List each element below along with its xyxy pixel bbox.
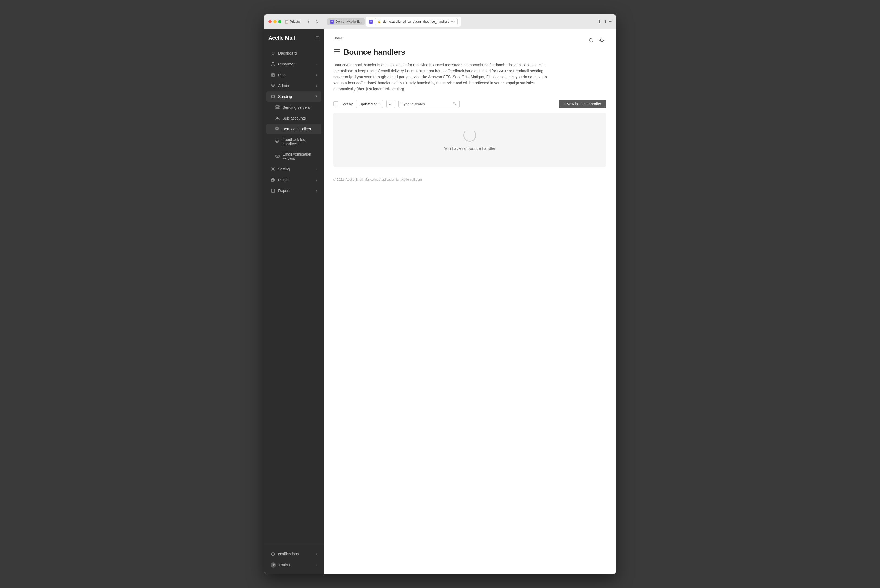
sending-label: Sending bbox=[278, 94, 312, 99]
sidebar-item-setting[interactable]: Setting › bbox=[266, 164, 321, 174]
sidebar-item-user[interactable]: LP Louis P. › bbox=[266, 560, 321, 570]
sidebar-icon: 📋 bbox=[285, 20, 289, 24]
top-bar: Home bbox=[333, 36, 606, 45]
sub-accounts-label: Sub-accounts bbox=[282, 116, 317, 120]
maximize-button[interactable] bbox=[278, 20, 281, 23]
sending-servers-icon bbox=[275, 105, 280, 110]
user-label: Louis P. bbox=[279, 563, 313, 567]
plan-icon bbox=[270, 72, 275, 77]
notifications-chevron-icon: › bbox=[316, 552, 317, 555]
sidebar-item-sub-accounts[interactable]: Sub-accounts bbox=[266, 113, 321, 123]
new-bounce-handler-button[interactable]: + New bounce handler bbox=[559, 99, 607, 108]
url-text: demo.acellemail.com/admin/bounce_handler… bbox=[383, 20, 449, 24]
customer-icon bbox=[270, 62, 275, 66]
feedback-loop-handlers-label: Feedback loop handlers bbox=[282, 137, 317, 146]
lock-icon: 🔒 bbox=[377, 20, 381, 23]
setting-label: Setting bbox=[278, 167, 313, 171]
tab-inactive-icon: M bbox=[330, 20, 334, 24]
sidebar-item-label: Dashboard bbox=[278, 51, 317, 56]
sidebar-item-report[interactable]: Report › bbox=[266, 186, 321, 196]
main-content: Home Bounce handlers Bounce/feed bbox=[324, 30, 616, 574]
plugin-icon bbox=[270, 177, 275, 182]
browser-titlebar: 📋 Private ‹ ↻ M Demo - Acelle E... M 🔒 d… bbox=[264, 14, 616, 30]
search-input-wrapper bbox=[398, 100, 460, 108]
sidebar-item-sending-servers[interactable]: Sending servers bbox=[266, 102, 321, 112]
loading-spinner-icon bbox=[463, 129, 476, 142]
empty-state-container: You have no bounce handler bbox=[333, 112, 606, 167]
refresh-button[interactable]: ↻ bbox=[314, 18, 320, 25]
tab-inactive[interactable]: M Demo - Acelle E... bbox=[327, 18, 365, 25]
close-button[interactable] bbox=[269, 20, 272, 23]
theme-toggle-button[interactable] bbox=[598, 36, 606, 45]
svg-point-4 bbox=[272, 85, 274, 86]
private-badge: 📋 Private bbox=[285, 20, 300, 24]
sidebar-item-admin[interactable]: Admin › bbox=[266, 81, 321, 91]
customer-chevron-icon: › bbox=[316, 63, 317, 66]
sidebar-nav: ⌂ Dashboard Customer › Plan › bbox=[264, 45, 324, 545]
back-button[interactable]: ‹ bbox=[305, 18, 312, 25]
svg-point-11 bbox=[278, 108, 279, 108]
traffic-lights bbox=[269, 20, 281, 23]
svg-point-27 bbox=[601, 39, 603, 42]
setting-icon bbox=[270, 166, 275, 171]
empty-state-message: You have no bounce handler bbox=[444, 146, 496, 151]
page-header-icon bbox=[333, 48, 341, 57]
breadcrumb: Home bbox=[333, 36, 343, 40]
search-input[interactable] bbox=[402, 102, 451, 106]
svg-point-12 bbox=[276, 117, 277, 118]
sidebar-item-plugin[interactable]: Plugin › bbox=[266, 175, 321, 185]
downloads-button[interactable]: ⬇ bbox=[598, 19, 601, 24]
email-verification-servers-label: Email verification servers bbox=[282, 152, 317, 160]
sidebar-item-plan[interactable]: Plan › bbox=[266, 70, 321, 80]
admin-chevron-icon: › bbox=[316, 84, 317, 87]
plan-label: Plan bbox=[278, 73, 313, 77]
sort-value: Updated at bbox=[359, 102, 377, 106]
minimize-button[interactable] bbox=[273, 20, 276, 23]
logo-text: Acelle Mail bbox=[269, 35, 295, 41]
report-chevron-icon: › bbox=[316, 189, 317, 192]
svg-rect-1 bbox=[272, 74, 275, 76]
tab-inactive-label: Demo - Acelle E... bbox=[336, 20, 362, 24]
new-tab-button[interactable]: + bbox=[609, 19, 611, 24]
setting-chevron-icon: › bbox=[316, 167, 317, 171]
app-container: Acelle Mail ☰ ⌂ Dashboard Customer › bbox=[264, 30, 616, 574]
menu-toggle-icon[interactable]: ☰ bbox=[315, 35, 319, 40]
svg-point-10 bbox=[278, 106, 279, 106]
sort-dropdown[interactable]: Updated at ▾ bbox=[356, 100, 383, 108]
url-more-icon: ••• bbox=[451, 20, 455, 24]
browser-window: 📋 Private ‹ ↻ M Demo - Acelle E... M 🔒 d… bbox=[264, 14, 616, 574]
sending-icon bbox=[270, 94, 275, 99]
sidebar-item-sending[interactable]: Sending ∨ bbox=[266, 92, 321, 102]
tab-active-icon: M bbox=[369, 20, 373, 24]
svg-point-17 bbox=[272, 168, 274, 170]
select-all-checkbox[interactable] bbox=[333, 101, 338, 106]
sidebar-item-notifications[interactable]: Notifications › bbox=[266, 549, 321, 559]
header-action-buttons bbox=[587, 36, 606, 45]
bounce-handlers-icon bbox=[275, 127, 280, 132]
sidebar-item-email-verification-servers[interactable]: Email verification servers bbox=[266, 149, 321, 164]
sending-chevron-icon: ∨ bbox=[315, 94, 317, 98]
sort-order-button[interactable] bbox=[386, 99, 395, 108]
user-avatar-icon: LP bbox=[270, 562, 276, 568]
report-icon bbox=[270, 188, 275, 193]
sort-dropdown-chevron-icon: ▾ bbox=[378, 102, 380, 105]
plugin-label: Plugin bbox=[278, 178, 313, 182]
sidebar-item-customer[interactable]: Customer › bbox=[266, 59, 321, 69]
browser-actions: ⬇ ⬆ + bbox=[598, 19, 611, 24]
sidebar-item-dashboard[interactable]: ⌂ Dashboard bbox=[266, 48, 321, 58]
page-header: Bounce handlers bbox=[333, 48, 606, 57]
svg-line-26 bbox=[592, 41, 593, 42]
share-button[interactable]: ⬆ bbox=[604, 19, 607, 24]
sidebar: Acelle Mail ☰ ⌂ Dashboard Customer › bbox=[264, 30, 324, 574]
sidebar-item-bounce-handlers[interactable]: Bounce handlers bbox=[266, 124, 321, 134]
browser-nav: ‹ ↻ bbox=[305, 18, 320, 25]
tabs-area: M Demo - Acelle E... M 🔒 demo.acellemail… bbox=[327, 17, 591, 27]
sidebar-item-feedback-loop-handlers[interactable]: Feedback loop handlers bbox=[266, 135, 321, 149]
url-bar[interactable]: 🔒 demo.acellemail.com/admin/bounce_handl… bbox=[374, 18, 458, 25]
search-header-button[interactable] bbox=[587, 36, 595, 45]
svg-point-13 bbox=[278, 117, 279, 118]
page-footer: © 2022. Acelle Email Marketing Applicati… bbox=[333, 178, 606, 182]
plugin-chevron-icon: › bbox=[316, 178, 317, 182]
tab-active[interactable]: M 🔒 demo.acellemail.com/admin/bounce_han… bbox=[366, 17, 461, 27]
bounce-handlers-label: Bounce handlers bbox=[282, 127, 317, 131]
